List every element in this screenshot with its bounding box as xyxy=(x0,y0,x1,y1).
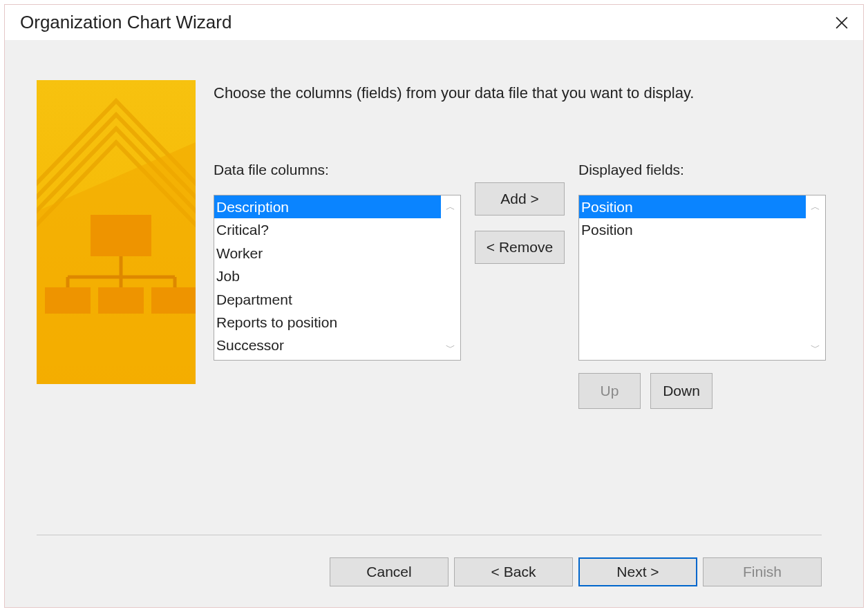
org-chart-icon xyxy=(37,80,196,384)
footer-buttons: Cancel < Back Next > Finish xyxy=(37,535,822,586)
scroll-up-icon: ︿ xyxy=(811,201,820,213)
close-button[interactable] xyxy=(833,14,851,32)
list-item[interactable]: Critical? xyxy=(214,218,441,241)
list-item[interactable]: Job xyxy=(214,265,441,287)
svg-rect-11 xyxy=(98,287,144,314)
cancel-button[interactable]: Cancel xyxy=(330,557,449,586)
list-item[interactable]: Position xyxy=(579,195,806,218)
dialog-title: Organization Chart Wizard xyxy=(20,12,232,33)
titlebar: Organization Chart Wizard xyxy=(5,5,863,40)
displayed-fields-label: Displayed fields: xyxy=(578,162,826,178)
list-item[interactable]: Position xyxy=(579,218,806,241)
instruction-text: Choose the columns (fields) from your da… xyxy=(214,84,826,102)
next-button[interactable]: Next > xyxy=(578,557,697,586)
finish-button[interactable]: Finish xyxy=(703,557,822,586)
data-columns-listbox[interactable]: DescriptionCritical?WorkerJobDepartmentR… xyxy=(214,195,461,361)
svg-rect-12 xyxy=(151,287,196,314)
scroll-down-icon: ﹀ xyxy=(811,342,820,354)
content-area: Choose the columns (fields) from your da… xyxy=(5,40,863,607)
wizard-dialog: Organization Chart Wizard xyxy=(4,4,864,608)
list-item[interactable]: Successor xyxy=(214,334,441,356)
back-button[interactable]: < Back xyxy=(454,557,573,586)
svg-rect-4 xyxy=(91,215,151,256)
scrollbar[interactable]: ︿ ﹀ xyxy=(806,195,825,360)
list-item[interactable]: Description xyxy=(214,195,441,218)
list-item[interactable]: Department xyxy=(214,288,441,311)
remove-button[interactable]: < Remove xyxy=(475,231,565,264)
add-button[interactable]: Add > xyxy=(475,182,565,216)
data-columns-label: Data file columns: xyxy=(214,162,461,178)
wizard-graphic xyxy=(37,80,196,384)
close-icon xyxy=(836,17,848,29)
svg-rect-10 xyxy=(45,287,91,314)
scrollbar[interactable]: ︿ ﹀ xyxy=(441,195,460,360)
scroll-up-icon: ︿ xyxy=(446,201,455,213)
list-item[interactable]: Reports to position xyxy=(214,311,441,334)
list-item[interactable]: Worker xyxy=(214,242,441,265)
up-button[interactable]: Up xyxy=(578,373,641,409)
displayed-fields-listbox[interactable]: PositionPosition ︿ ﹀ xyxy=(578,195,826,361)
down-button[interactable]: Down xyxy=(650,373,713,409)
scroll-down-icon: ﹀ xyxy=(446,342,455,354)
